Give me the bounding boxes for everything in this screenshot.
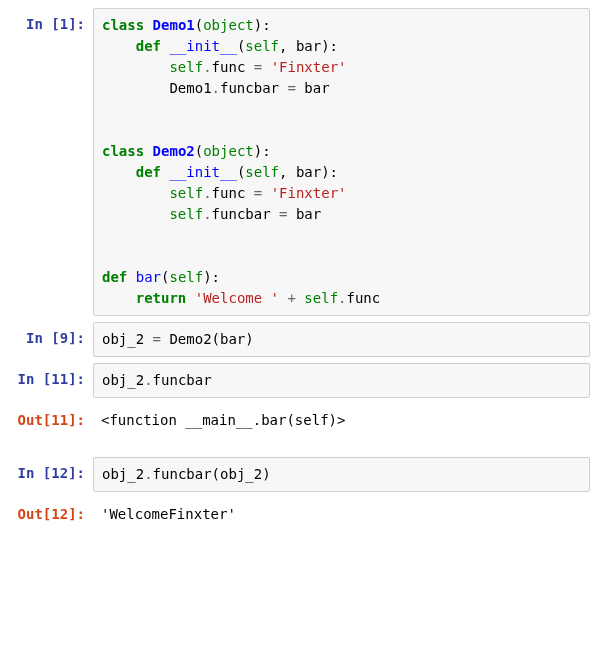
output-cell: Out[12]:'WelcomeFinxter' <box>8 498 590 531</box>
code-cell: In [9]:obj_2 = Demo2(bar) <box>8 322 590 357</box>
in-prompt: In [12]: <box>8 457 93 484</box>
jupyter-notebook: In [1]:class Demo1(object): def __init__… <box>8 8 590 531</box>
out-prompt: Out[11]: <box>8 404 93 431</box>
code-cell: In [1]:class Demo1(object): def __init__… <box>8 8 590 316</box>
code-cell: In [12]:obj_2.funcbar(obj_2) <box>8 457 590 492</box>
in-prompt: In [1]: <box>8 8 93 35</box>
code-cell: In [11]:obj_2.funcbar <box>8 363 590 398</box>
output-text: 'WelcomeFinxter' <box>93 498 590 531</box>
out-prompt: Out[12]: <box>8 498 93 525</box>
code-input[interactable]: class Demo1(object): def __init__(self, … <box>93 8 590 316</box>
output-cell: Out[11]:<function __main__.bar(self)> <box>8 404 590 437</box>
code-input[interactable]: obj_2.funcbar <box>93 363 590 398</box>
in-prompt: In [11]: <box>8 363 93 390</box>
code-input[interactable]: obj_2.funcbar(obj_2) <box>93 457 590 492</box>
in-prompt: In [9]: <box>8 322 93 349</box>
code-input[interactable]: obj_2 = Demo2(bar) <box>93 322 590 357</box>
output-text: <function __main__.bar(self)> <box>93 404 590 437</box>
